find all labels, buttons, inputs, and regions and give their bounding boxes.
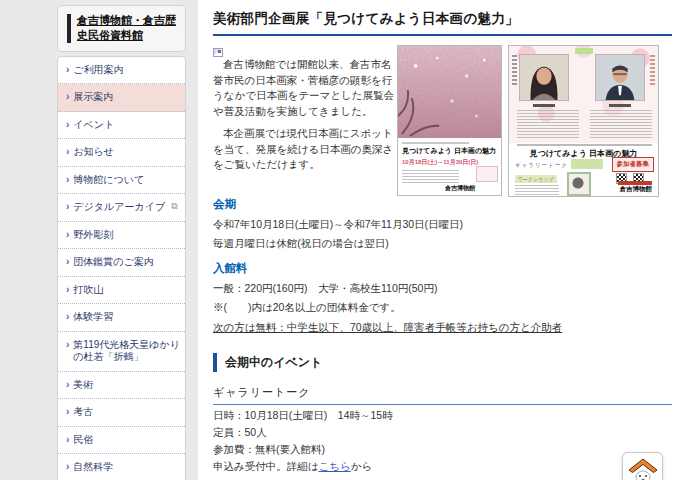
chevron-right-icon: › bbox=[66, 201, 69, 212]
sidebar-item-0[interactable]: › ご利用案内 bbox=[58, 57, 185, 85]
gallery-talk-rule bbox=[213, 404, 672, 405]
chevron-right-icon: › bbox=[66, 229, 69, 240]
session-dates: 令和7年10月18日(土曜日)～令和7年11月30日(日曜日) bbox=[213, 218, 672, 231]
flyer-highlight-box bbox=[571, 159, 603, 169]
artist-name-2 bbox=[609, 104, 631, 107]
cherry-blossom-painting bbox=[398, 46, 501, 138]
flyer-badge bbox=[575, 48, 593, 54]
apply-text-before: 申込み受付中。詳細は bbox=[213, 460, 319, 472]
apply-details-link[interactable]: こちら bbox=[319, 460, 351, 472]
sidebar-item-4[interactable]: › 博物館について bbox=[58, 167, 185, 195]
chevron-right-icon: › bbox=[66, 284, 69, 295]
sidebar-item-label: 野外彫刻 bbox=[73, 229, 113, 242]
chevron-right-icon: › bbox=[66, 379, 69, 390]
title-rule bbox=[213, 34, 672, 36]
admission-fees: 一般：220円(160円) 大学・高校生110円(50円) bbox=[213, 282, 672, 295]
sidebar-item-14[interactable]: › 自然科学 bbox=[58, 454, 185, 480]
flyer-museum-name: 倉吉博物館 bbox=[445, 184, 475, 193]
sidebar-item-1[interactable]: › 展示案内 bbox=[58, 84, 185, 112]
sidebar-item-label: イベント bbox=[73, 119, 114, 132]
flyer-recruit-badge: 参加者募集 bbox=[612, 157, 655, 172]
exhibition-flyer-image[interactable]: 見つけてみよう 日本画の魅力 10月18日(土)～11月30日(日) 倉吉博物館 bbox=[397, 45, 502, 196]
chevron-right-icon: › bbox=[66, 311, 69, 322]
chevron-right-icon: › bbox=[66, 174, 69, 185]
session-heading: 会期 bbox=[213, 197, 672, 212]
external-link-icon: ⧉ bbox=[171, 201, 177, 212]
sidebar-item-7[interactable]: › 団体鑑賞のご案内 bbox=[58, 249, 185, 277]
flyer-caption-area: 見つけてみよう 日本画の魅力 10月18日(土)～11月30日(日) 倉吉博物館 bbox=[398, 138, 501, 195]
sidebar-item-10[interactable]: › 第119代光格天皇ゆかりの杜若「折鶴」 bbox=[58, 332, 185, 372]
sidebar-item-label: デジタルアーカイブ bbox=[73, 201, 165, 214]
event-flyer-image[interactable]: 見つけてみよう 日本画の魅力 ギャラリートーク 参加者募集 ワークショップ 倉吉… bbox=[508, 45, 659, 197]
flyer-microtext bbox=[517, 144, 652, 146]
vertical-caption-strip bbox=[650, 55, 655, 87]
chevron-right-icon: › bbox=[66, 146, 69, 157]
sidebar-title-bar bbox=[67, 14, 71, 43]
sidebar-item-6[interactable]: › 野外彫刻 bbox=[58, 222, 185, 250]
sidebar-item-5[interactable]: › デジタルアーカイブ ⧉ bbox=[58, 194, 185, 222]
flyer-museum-name: 倉吉博物館 bbox=[620, 185, 653, 194]
flyer-gallery-talk-label: ギャラリートーク bbox=[515, 162, 568, 169]
artist-photo-1 bbox=[519, 54, 569, 101]
flyer-workshop-label: ワークショップ bbox=[515, 175, 557, 183]
gallery-talk-datetime: 日時：10月18日(土曜日) 14時～15時 bbox=[213, 409, 672, 422]
admission-heading: 入館料 bbox=[213, 261, 672, 276]
sidebar-item-label: 団体鑑賞のご案内 bbox=[73, 256, 153, 269]
sidebar-item-2[interactable]: › イベント bbox=[58, 112, 185, 140]
artist-bio-text-2 bbox=[590, 110, 652, 140]
chevron-right-icon: › bbox=[66, 119, 69, 130]
sidebar-item-label: ご利用案内 bbox=[73, 64, 123, 77]
sidebar-title-card: 倉吉博物館・倉吉歴史民俗資料館 bbox=[57, 5, 186, 52]
chevron-right-icon: › bbox=[66, 64, 69, 75]
gallery-talk-capacity: 定員：50人 bbox=[213, 426, 672, 439]
admission-free-note: 次の方は無料：中学生以下、70歳以上、障害者手帳等お持ちの方と介助者 bbox=[213, 321, 672, 334]
site-title-link[interactable]: 倉吉博物館・倉吉歴史民俗資料館 bbox=[77, 13, 179, 44]
sidebar-item-8[interactable]: › 打吹山 bbox=[58, 277, 185, 305]
image-icon bbox=[213, 48, 223, 57]
sidebar-item-label: 展示案内 bbox=[73, 91, 113, 104]
poster-thumbnails: 見つけてみよう 日本画の魅力 10月18日(土)～11月30日(日) 倉吉博物館 bbox=[397, 45, 659, 197]
artist-photo-2 bbox=[595, 54, 645, 101]
page-title: 美術部門企画展「見つけてみよう日本画の魅力」 bbox=[213, 10, 672, 28]
sidebar-item-11[interactable]: › 美術 bbox=[58, 372, 185, 400]
chevron-right-icon: › bbox=[66, 256, 69, 267]
mascot-house-icon bbox=[627, 456, 659, 480]
events-section: 会期中のイベント ギャラリートーク 日時：10月18日(土曜日) 14時～15時… bbox=[213, 353, 672, 480]
sidebar-item-label: 体験学習 bbox=[73, 311, 113, 324]
vertical-caption-strip bbox=[512, 55, 517, 87]
flyer-detail-lines bbox=[402, 170, 459, 183]
chevron-right-icon: › bbox=[66, 434, 69, 445]
sidebar-item-label: お知らせ bbox=[73, 146, 114, 159]
pagetop-mascot-button[interactable] bbox=[622, 452, 663, 480]
sidebar-item-label: 自然科学 bbox=[73, 461, 113, 474]
sidebar-item-9[interactable]: › 体験学習 bbox=[58, 304, 185, 332]
flyer-detail-lines bbox=[515, 185, 559, 196]
gallery-talk-fee: 参加費：無料(要入館料) bbox=[213, 443, 672, 456]
events-heading: 会期中のイベント bbox=[213, 353, 672, 372]
sidebar-item-label: 民俗 bbox=[73, 434, 93, 447]
sidebar-item-label: 第119代光格天皇ゆかりの杜若「折鶴」 bbox=[73, 339, 180, 364]
artist-bio-text-1 bbox=[517, 110, 579, 140]
artwork-thumbnail bbox=[567, 172, 591, 196]
main-content: 美術部門企画展「見つけてみよう日本画の魅力」 bbox=[198, 0, 680, 480]
gallery-talk-title: ギャラリートーク bbox=[213, 385, 672, 400]
sidebar-item-12[interactable]: › 考古 bbox=[58, 399, 185, 427]
session-closed-note: 毎週月曜日は休館(祝日の場合は翌日) bbox=[213, 237, 672, 250]
chevron-right-icon: › bbox=[66, 339, 69, 350]
sidebar-item-label: 打吹山 bbox=[73, 284, 103, 297]
sidebar-item-label: 考古 bbox=[73, 406, 93, 419]
chevron-right-icon: › bbox=[66, 91, 69, 102]
chevron-right-icon: › bbox=[66, 461, 69, 472]
flyer-microtext bbox=[402, 142, 469, 144]
sidebar-item-label: 美術 bbox=[73, 379, 93, 392]
sidebar: 倉吉博物館・倉吉歴史民俗資料館 › ご利用案内 › 展示案内 › イベント › … bbox=[57, 5, 186, 480]
flyer-map bbox=[476, 166, 498, 182]
chevron-right-icon: › bbox=[66, 406, 69, 417]
sidebar-item-13[interactable]: › 民俗 bbox=[58, 427, 185, 455]
gallery-talk-apply: 申込み受付中。詳細はこちらから bbox=[213, 460, 672, 473]
apply-text-after: から bbox=[351, 460, 373, 472]
sidebar-item-3[interactable]: › お知らせ bbox=[58, 139, 185, 167]
flyer-title: 見つけてみよう 日本画の魅力 bbox=[402, 146, 497, 156]
sidebar-item-label: 博物館について bbox=[73, 174, 144, 187]
admission-group-note: ※( )内は20名以上の団体料金です。 bbox=[213, 301, 672, 314]
